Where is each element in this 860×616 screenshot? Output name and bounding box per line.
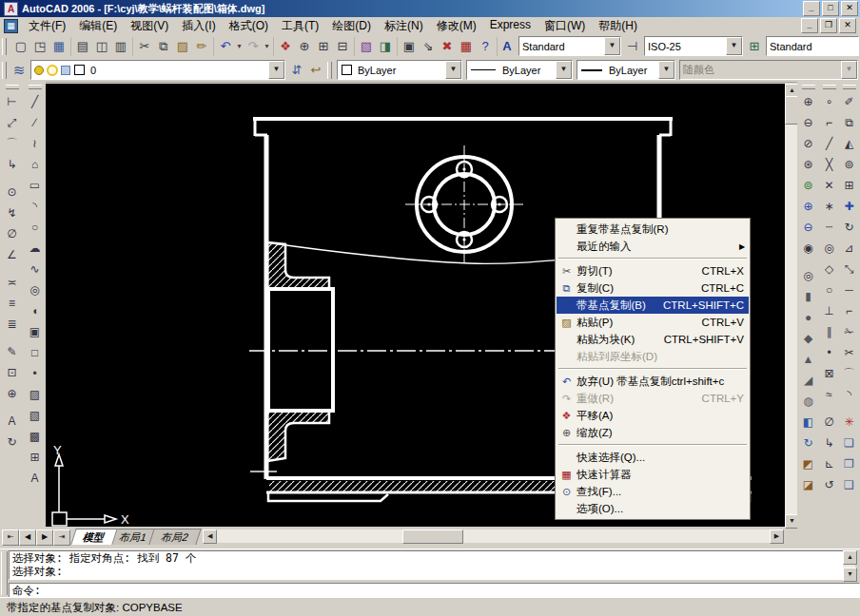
solid-wedge-icon[interactable]: ◢ [799,370,818,391]
polyline-icon[interactable]: ≀ [26,133,45,154]
quickcalc-icon[interactable]: ▦ [457,37,476,56]
context-menu-item[interactable]: ⊙查找(F)... [557,483,749,500]
fillet-icon[interactable]: ◝ [840,384,859,405]
stretch-icon[interactable]: ⤡ [840,259,859,279]
toolbar-grip[interactable] [29,85,42,89]
menu-file[interactable]: 文件(F) [22,16,72,36]
snap-insert-icon[interactable]: ⊠ [820,363,839,384]
chevron-down-icon[interactable]: ▼ [658,61,674,79]
layer-previous-icon[interactable]: ↩ [306,61,325,80]
vertical-scrollbar[interactable]: ▲ ▼ [785,84,797,527]
solid-cylinder-icon[interactable]: ◆ [799,328,818,349]
angular-dimension-icon[interactable]: ∠ [3,244,22,265]
first-tab-icon[interactable]: ⇤ [2,529,19,546]
menu-draw[interactable]: 绘图(D) [325,16,378,36]
snap-extension-icon[interactable]: ┄ [820,217,839,238]
tool-palettes-icon[interactable]: ▧ [357,37,376,56]
trim-icon[interactable]: ─ [840,279,859,300]
chevron-down-icon[interactable]: ▼ [556,61,572,79]
scroll-down-icon[interactable]: ▼ [843,568,857,582]
radius-dimension-icon[interactable]: ⊙ [3,182,22,202]
open-icon[interactable]: ◳ [30,37,49,56]
insert-block-icon[interactable]: ▣ [26,321,45,342]
construction-line-icon[interactable]: ∕ [26,112,45,133]
scroll-right-icon[interactable]: ▶ [770,529,784,544]
extrude-icon[interactable]: ◧ [799,412,818,433]
last-tab-icon[interactable]: ⇥ [53,529,70,546]
zoom-previous-icon[interactable]: ⊟ [333,37,352,56]
snap-apparent-intersection-icon[interactable]: ∗ [820,196,839,217]
solid-sphere-icon[interactable]: ● [799,307,818,328]
autocad-app-icon[interactable]: A [4,2,18,16]
zoom-center-icon[interactable]: ⊛ [799,154,818,175]
table-icon[interactable]: ⊞ [26,447,45,468]
layer-freeze-icon[interactable] [47,65,58,76]
context-menu-item[interactable]: 带基点复制(B)CTRL+SHIFT+C [557,297,749,314]
center-mark-icon[interactable]: ⊕ [3,383,22,404]
context-menu-item[interactable]: ⧉复制(C)CTRL+C [557,279,749,297]
horizontal-scrollbar[interactable]: ◀ ▶ [203,529,784,543]
ellipse-icon[interactable]: ◎ [26,279,45,300]
new-icon[interactable]: ▢ [11,37,30,56]
draworder-front-icon[interactable]: ❏ [840,433,859,453]
materials-icon[interactable]: ◪ [799,474,818,495]
table-style-combo[interactable]: Standard [766,36,859,56]
ordinate-dimension-icon[interactable]: ↳ [3,154,22,175]
zoom-dynamic-icon[interactable]: ⊖ [799,112,818,133]
close-button[interactable]: ✕ [841,1,858,16]
extend-icon[interactable]: ⌐ [840,300,859,321]
chevron-down-icon[interactable]: ▼ [445,61,461,79]
designcenter-icon[interactable]: ◨ [376,37,395,56]
temporary-track-point-icon[interactable]: ∘ [820,91,839,112]
snap-node-icon[interactable]: • [820,342,839,363]
jogged-dimension-icon[interactable]: ↯ [3,202,22,223]
solid-torus-icon[interactable]: ◍ [799,391,818,412]
zoom-all-icon[interactable]: ◉ [799,238,818,259]
solid-cone-icon[interactable]: ▲ [799,349,818,370]
render-icon[interactable]: ◩ [799,453,818,474]
layer-on-off-icon[interactable] [34,66,44,75]
mdi-restore-button[interactable]: ❐ [820,18,837,33]
layer-lock-icon[interactable] [61,66,70,75]
solid-box-icon[interactable]: ▮ [799,286,818,307]
sheetset-manager-icon[interactable]: ⇘ [419,37,438,56]
scroll-up-icon[interactable]: ▲ [843,550,857,565]
snap-none-icon[interactable]: ∅ [820,412,839,433]
context-menu-item[interactable]: ❖平移(A) [557,407,749,424]
next-tab-icon[interactable]: ▶ [36,529,53,546]
revolve-icon[interactable]: ↻ [799,433,818,453]
line-icon[interactable]: ╱ [26,91,45,112]
context-menu-item[interactable]: ✂剪切(T)CTRL+X [557,262,749,279]
continue-dimension-icon[interactable]: ≣ [3,314,22,335]
command-window-grip[interactable] [1,551,8,595]
make-object-layer-current-icon[interactable]: ⇵ [287,61,306,80]
ucs-previous-icon[interactable]: ↺ [820,474,839,495]
dim-style-combo[interactable]: ISO-25 ▼ [644,36,743,56]
dimension-text-edit-icon[interactable]: A [3,411,22,432]
draworder-above-icon[interactable]: ❑ [840,474,859,495]
zoom-object-icon[interactable]: ⊚ [799,175,818,196]
copy-object-icon[interactable]: ⧉ [840,112,859,133]
zoom-out-icon[interactable]: ⊖ [799,217,818,238]
zoom-scale-icon[interactable]: ⊘ [799,133,818,154]
menu-format[interactable]: 格式(O) [223,16,275,36]
gradient-icon[interactable]: ▧ [26,405,45,426]
snap-quadrant-icon[interactable]: ◇ [820,259,839,279]
lineweight-combo[interactable]: ByLayer ▼ [577,60,675,80]
snap-tangent-icon[interactable]: ○ [820,279,839,300]
toolbar-grip[interactable] [2,62,7,79]
array-icon[interactable]: ⊞ [840,175,859,196]
match-properties-icon[interactable]: ✏ [192,37,211,56]
layer-color-swatch[interactable] [74,65,85,75]
markup-icon[interactable]: ✖ [438,37,457,56]
explode-icon[interactable]: ✳ [840,412,859,433]
rectangle-icon[interactable]: ▭ [26,175,45,196]
mdi-minimize-button[interactable]: _ [801,18,818,33]
toolbar-grip[interactable] [823,85,836,89]
snap-center-icon[interactable]: ◎ [820,238,839,259]
toolbar-grip[interactable] [6,85,19,89]
tolerance-icon[interactable]: ⊡ [3,362,22,383]
snap-nearest-icon[interactable]: ≈ [820,384,839,405]
zoom-window-icon[interactable]: ⊕ [799,91,818,112]
baseline-dimension-icon[interactable]: ≡ [3,293,22,314]
